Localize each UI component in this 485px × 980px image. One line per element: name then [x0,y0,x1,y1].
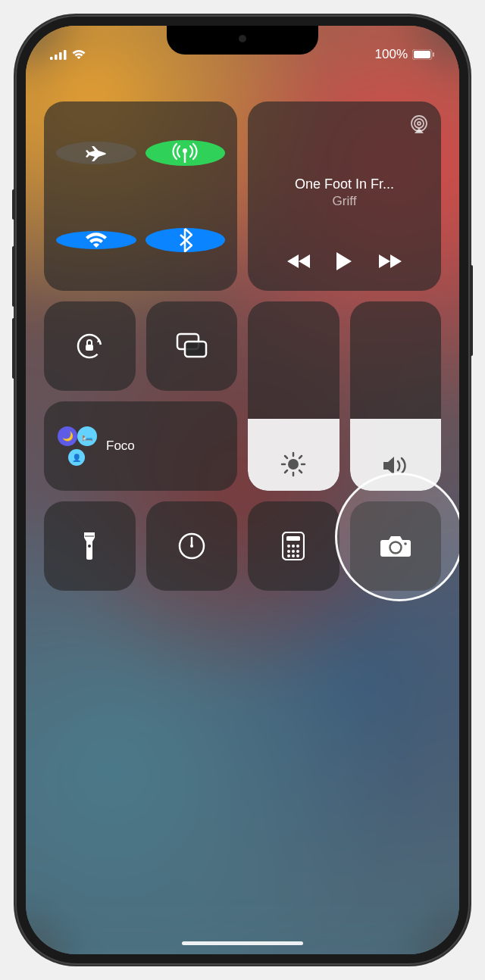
timer-button[interactable] [146,501,238,591]
silent-switch [12,189,15,220]
media-controls[interactable]: One Foot In Fr... Griff [248,101,441,291]
svg-rect-13 [86,345,93,351]
rewind-button[interactable] [287,254,311,269]
focus-icon-cluster: 🌙 🛏️ 👤 [58,426,97,466]
volume-slider[interactable] [350,301,442,491]
cellular-signal-icon [50,49,67,60]
battery-icon [412,49,435,60]
play-button[interactable] [335,251,353,271]
svg-rect-31 [286,536,300,541]
control-center[interactable]: One Foot In Fr... Griff [26,26,459,954]
fast-forward-button[interactable] [377,254,402,269]
wifi-toggle[interactable] [56,231,136,249]
svg-rect-1 [55,55,58,60]
svg-point-29 [190,545,193,548]
svg-rect-8 [184,152,186,163]
airplay-icon[interactable] [409,115,429,133]
svg-point-42 [404,542,407,545]
calculator-button[interactable] [248,501,340,591]
media-title: One Foot In Fr... [260,176,429,192]
notch [167,26,318,55]
timer-icon [177,532,206,560]
calculator-icon [282,532,305,560]
side-button [470,265,473,356]
volume-down-button [12,318,15,379]
svg-point-34 [296,545,299,548]
svg-rect-3 [64,50,67,60]
orientation-lock-icon [74,331,105,361]
svg-rect-6 [433,52,434,57]
volume-icon [382,454,409,477]
camera-button[interactable] [350,501,442,591]
svg-line-22 [299,470,302,473]
iphone-frame: 100% [15,15,470,965]
svg-point-39 [292,554,295,557]
moon-icon: 🌙 [62,431,74,442]
media-artist: Griff [260,194,429,209]
cellular-data-toggle[interactable] [146,140,226,166]
svg-point-11 [418,122,421,125]
bluetooth-toggle[interactable] [146,228,226,252]
orientation-lock-toggle[interactable] [44,301,136,391]
brightness-icon [280,451,306,477]
bed-icon: 🛏️ [82,431,93,442]
wifi-icon [84,231,108,249]
svg-point-38 [287,554,290,557]
screen: 100% [26,26,459,954]
svg-point-36 [292,550,295,553]
svg-point-16 [288,459,299,470]
screen-mirroring-icon [176,332,208,360]
connectivity-group [44,101,237,291]
svg-point-32 [287,545,290,548]
svg-point-37 [296,550,299,553]
wifi-icon [71,49,86,60]
airplane-icon [85,142,108,164]
screen-mirroring-button[interactable] [146,301,238,391]
battery-percentage: 100% [375,47,408,62]
svg-line-23 [285,470,287,473]
svg-rect-0 [50,57,53,60]
camera-icon [380,534,411,558]
svg-point-33 [292,545,295,548]
svg-rect-2 [59,52,62,60]
flashlight-icon [82,531,97,561]
personal-icon: 👤 [72,454,81,462]
svg-line-24 [299,456,302,458]
svg-point-40 [296,554,299,557]
svg-rect-15 [185,342,206,357]
svg-line-21 [285,456,287,458]
focus-label: Foco [106,439,135,454]
svg-point-25 [88,545,91,548]
svg-point-10 [415,119,424,128]
volume-up-button [12,246,15,307]
svg-point-35 [287,550,290,553]
flashlight-button[interactable] [44,501,136,591]
focus-button[interactable]: 🌙 🛏️ 👤 Foco [44,401,237,491]
brightness-slider[interactable] [248,301,340,491]
bluetooth-icon [177,228,192,252]
airplane-mode-toggle[interactable] [56,142,136,164]
svg-rect-5 [414,51,430,58]
antenna-icon [172,140,198,166]
home-indicator[interactable] [182,941,303,945]
